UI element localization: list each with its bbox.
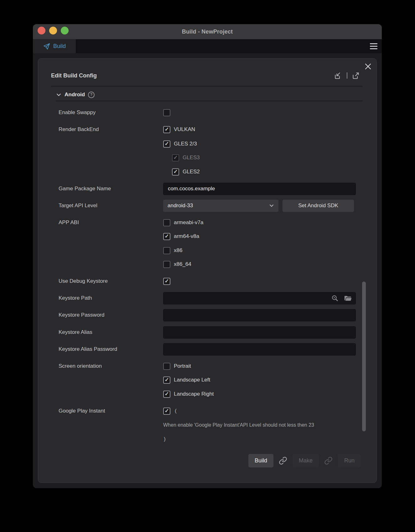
menu-icon[interactable]: [370, 43, 377, 50]
keystore-password-input[interactable]: [163, 309, 356, 321]
gles2-checkbox[interactable]: [172, 168, 179, 176]
target-api-level-select[interactable]: android-33: [163, 200, 278, 212]
checkbox-label: GLES 2/3: [174, 141, 197, 147]
google-play-instant-note: When enable 'Google Play Instant'API Lev…: [163, 422, 314, 428]
set-android-sdk-button[interactable]: Set Android SDK: [283, 200, 354, 212]
gles3-checkbox: [172, 154, 179, 161]
tab-bar: Build: [33, 39, 382, 53]
close-icon[interactable]: [363, 62, 373, 71]
field-label: Keystore Path: [59, 295, 163, 301]
paren-close: ): [164, 436, 166, 442]
landscape-left-checkbox[interactable]: [163, 377, 170, 384]
section-android[interactable]: Android ?: [56, 89, 95, 100]
link-icon: [279, 456, 287, 465]
row-orientation-landscape-right: Landscape Right: [59, 387, 361, 401]
divider: [51, 86, 362, 87]
field-label: Use Debug Keystore: [59, 278, 163, 284]
row-use-debug-keystore: Use Debug Keystore: [59, 274, 361, 288]
config-actions: [334, 71, 360, 80]
checkbox-label: Landscape Right: [174, 391, 214, 397]
row-app-abi-2: arm64-v8a: [59, 229, 361, 243]
run-button: Run: [338, 454, 361, 467]
keystore-alias-password-input[interactable]: [163, 343, 356, 356]
field-label: Target API Level: [59, 203, 163, 209]
checkbox-label: x86_64: [174, 261, 191, 267]
build-window: Build - NewProject Build Edit Build Conf…: [33, 24, 382, 488]
help-icon[interactable]: ?: [88, 92, 95, 98]
gles23-checkbox[interactable]: [163, 140, 170, 148]
row-google-play-instant-note: When enable 'Google Play Instant'API Lev…: [59, 418, 361, 432]
traffic-lights: [38, 27, 69, 34]
footer-actions: Build Make Run: [248, 454, 361, 467]
row-target-api-level: Target API Level android-33 Set Android …: [59, 199, 361, 213]
use-debug-keystore-checkbox[interactable]: [163, 278, 170, 285]
field-label: Google Play Instant: [59, 408, 163, 414]
row-app-abi-4: x86_64: [59, 257, 361, 271]
field-label: Keystore Alias Password: [59, 346, 163, 352]
row-keystore-password: Keystore Password: [59, 308, 361, 322]
tab-build[interactable]: Build: [33, 39, 76, 53]
keystore-alias-input[interactable]: [163, 326, 356, 339]
panel-title: Edit Build Config: [51, 71, 97, 80]
import-config-icon[interactable]: [334, 71, 342, 80]
game-package-name-input[interactable]: [163, 183, 356, 195]
checkbox-label: Portrait: [174, 363, 191, 369]
edit-build-config-panel: Edit Build Config: [38, 58, 377, 483]
portrait-checkbox[interactable]: [163, 363, 170, 370]
paren-open: (: [175, 408, 177, 414]
close-window-button[interactable]: [38, 27, 45, 34]
checkbox-label: GLES2: [183, 169, 200, 175]
section-title: Android: [65, 92, 85, 98]
checkbox-label: VULKAN: [174, 126, 195, 133]
scrollbar-thumb[interactable]: [362, 282, 366, 431]
chevron-down-icon: [56, 92, 61, 97]
row-render-backend-gles3: GLES3: [59, 151, 361, 165]
field-label: Screen orientation: [59, 363, 163, 369]
keystore-path-input[interactable]: [163, 292, 356, 304]
field-label: APP ABI: [59, 219, 163, 226]
checkbox-label: arm64-v8a: [174, 233, 199, 240]
row-orientation-landscape-left: Landscape Left: [59, 373, 361, 387]
link-icon: [324, 456, 333, 465]
checkbox-label: x86: [174, 247, 182, 254]
tab-build-label: Build: [53, 43, 66, 50]
field-label: Keystore Password: [59, 312, 163, 318]
row-google-play-instant-paren-close: ): [59, 432, 361, 446]
row-keystore-alias: Keystore Alias: [59, 325, 361, 339]
export-config-icon[interactable]: [352, 71, 360, 80]
row-render-backend-gles23: GLES 2/3: [59, 137, 361, 151]
google-play-instant-checkbox[interactable]: [163, 408, 170, 415]
build-button[interactable]: Build: [248, 454, 273, 467]
folder-open-icon[interactable]: [344, 294, 352, 302]
x86-checkbox[interactable]: [163, 247, 170, 254]
titlebar[interactable]: Build - NewProject: [33, 24, 382, 39]
zoom-window-button[interactable]: [61, 27, 69, 34]
enable-swappy-checkbox[interactable]: [163, 109, 170, 116]
field-label: Keystore Alias: [59, 329, 163, 335]
search-locate-icon[interactable]: [331, 294, 339, 302]
row-keystore-alias-password: Keystore Alias Password: [59, 342, 361, 356]
make-button: Make: [293, 454, 319, 467]
vulkan-checkbox[interactable]: [163, 126, 170, 133]
separator: [347, 72, 347, 79]
row-enable-swappy: Enable Swappy: [59, 106, 361, 119]
selected-value: android-33: [168, 203, 269, 209]
divider: [56, 101, 362, 101]
row-orientation-portrait: Screen orientation Portrait: [59, 359, 361, 373]
row-keystore-path: Keystore Path: [59, 291, 361, 305]
row-render-backend-vulkan: Render BackEnd VULKAN: [59, 123, 361, 136]
checkbox-label: GLES3: [183, 155, 200, 161]
row-app-abi-3: x86: [59, 244, 361, 257]
row-google-play-instant: Google Play Instant (: [59, 404, 361, 418]
chevron-down-icon: [269, 203, 274, 208]
checkbox-label: Landscape Left: [174, 377, 210, 383]
armeabi-v7a-checkbox[interactable]: [163, 219, 170, 226]
paper-plane-icon: [43, 43, 50, 50]
row-app-abi-1: APP ABI armeabi-v7a: [59, 216, 361, 229]
landscape-right-checkbox[interactable]: [163, 391, 170, 398]
content-area: Edit Build Config: [33, 53, 382, 488]
x86-64-checkbox[interactable]: [163, 261, 170, 268]
minimize-window-button[interactable]: [49, 27, 57, 34]
row-game-package-name: Game Package Name: [59, 182, 361, 196]
arm64-v8a-checkbox[interactable]: [163, 233, 170, 240]
